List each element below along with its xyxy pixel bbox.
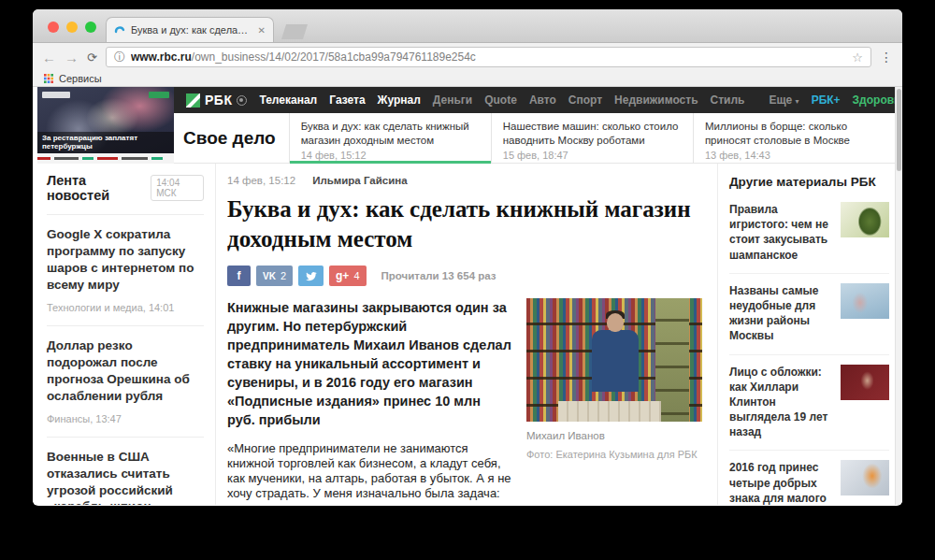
bookmark-services[interactable]: Сервисы xyxy=(59,73,102,84)
chevron-down-icon: ▾ xyxy=(796,97,799,106)
main-navigation: РБК Телеканал Газета Журнал Деньги Quote… xyxy=(174,87,895,113)
nav-item-tv[interactable]: Телеканал xyxy=(259,93,317,107)
nav-item-sport[interactable]: Спорт xyxy=(568,93,602,107)
scrollbar-thumb[interactable] xyxy=(897,89,901,171)
feed-item[interactable]: Google X сократила программу по запуску … xyxy=(47,215,204,326)
url-path: /own_business/14/02/2017/58a1cba99a79476… xyxy=(192,50,476,64)
story-tab-active[interactable]: Буква и дух: как сделать книжный магазин… xyxy=(289,113,491,163)
person-head xyxy=(607,313,624,332)
article-text-column: Книжные магазины закрываются один за дру… xyxy=(227,298,511,505)
related-item[interactable]: Лицо с обложки: как Хиллари Клинтон выгл… xyxy=(729,354,889,451)
read-count: Прочитали 13 654 раз xyxy=(381,270,496,281)
new-tab-button[interactable] xyxy=(281,24,308,39)
article-columns: Книжные магазины закрываются один за дру… xyxy=(227,298,702,505)
nav-item-money[interactable]: Деньги xyxy=(433,93,472,107)
nav-item-auto[interactable]: Авто xyxy=(529,93,556,107)
related-sidebar: Другие материалы РБК Правила игристого: … xyxy=(717,164,895,505)
feed-header: Лента новостей 14:04 МСК xyxy=(47,173,204,215)
tab-close-icon[interactable]: ✕ xyxy=(258,25,266,36)
social-share-row: f VK2 g+4 Прочитали 13 654 раз xyxy=(227,266,702,286)
feed-item[interactable]: Доллар резко подорожал после прогноза Ор… xyxy=(47,326,204,438)
fullscreen-window-button[interactable] xyxy=(85,22,96,33)
browser-window: Буква и дух: как сделать кни ✕ ← → ⟳ ⓘ w… xyxy=(33,9,902,506)
vk-share-count: 2 xyxy=(280,270,286,281)
address-bar[interactable]: ⓘ www.rbc.ru/own_business/14/02/2017/58a… xyxy=(106,47,871,67)
story-tab-title: Буква и дух: как сделать книжный магазин… xyxy=(301,120,480,148)
googleplus-icon: g+ xyxy=(336,269,349,282)
story-tab[interactable]: Миллионы в борще: сколько приносят столо… xyxy=(693,113,895,163)
twitter-bird-icon xyxy=(305,271,317,281)
page-scrollbar[interactable] xyxy=(895,87,902,505)
ad-label-chip xyxy=(42,92,70,98)
related-item[interactable]: Правила игристого: чем не стоит закусыва… xyxy=(729,193,889,273)
story-tab-date: 14 фев, 15:12 xyxy=(301,150,480,161)
related-thumbnail xyxy=(841,460,889,495)
article-lead: Книжные магазины закрываются один за дру… xyxy=(227,298,511,429)
story-tab[interactable]: Нашествие машин: сколько стоило наводнит… xyxy=(491,113,693,163)
story-tabs: Буква и дух: как сделать книжный магазин… xyxy=(289,113,895,163)
rbc-favicon-icon xyxy=(114,24,125,36)
rbc-logo[interactable]: РБК xyxy=(186,93,247,108)
article-date: 14 фев, 15:12 xyxy=(227,175,295,186)
nav-more-menu[interactable]: Еще ▾ xyxy=(769,93,798,107)
ad-sponsor-chip xyxy=(149,92,169,98)
related-item[interactable]: Названы самые неудобные для жизни районы… xyxy=(729,273,889,354)
section-title[interactable]: Свое дело xyxy=(174,113,289,163)
back-icon[interactable]: ← xyxy=(42,50,56,65)
nav-item-realty[interactable]: Недвижимость xyxy=(614,93,698,107)
browser-titlebar: Буква и дух: как сделать кни ✕ xyxy=(33,9,902,43)
article-photo xyxy=(526,298,702,422)
twitter-share-button[interactable] xyxy=(298,266,324,286)
url-domain: www.rbc.ru xyxy=(131,50,192,64)
feed-title[interactable]: Лента новостей xyxy=(47,173,143,203)
nav-item-magazine[interactable]: Журнал xyxy=(378,93,421,107)
related-item-title: 2016 год принес четыре добрых знака для … xyxy=(729,460,833,505)
close-window-button[interactable] xyxy=(48,22,59,33)
ad-banner[interactable]: За реставрацию заплатят петербуржцы xyxy=(37,87,174,164)
facebook-share-button[interactable]: f xyxy=(227,266,251,286)
header-stack: РБК Телеканал Газета Журнал Деньги Quote… xyxy=(174,87,895,164)
vk-icon: VK xyxy=(263,271,276,281)
story-tab-date: 13 фев, 14:43 xyxy=(705,150,884,161)
browser-menu-icon[interactable]: ⋮ xyxy=(880,50,893,65)
nav-item-newspaper[interactable]: Газета xyxy=(329,93,365,107)
article-body: «Многие предприниматели не занимаются кн… xyxy=(227,441,511,505)
photo-caption: Михаил Иванов xyxy=(526,430,702,441)
story-tab-title: Нашествие машин: сколько стоило наводнит… xyxy=(503,120,682,148)
article-main: 14 фев, 15:12 Ильмира Гайсина Буква и ду… xyxy=(216,164,717,505)
article-title: Буква и дух: как сделать книжный магазин… xyxy=(227,194,702,254)
related-thumbnail xyxy=(841,365,889,400)
feed-item-meta: Технологии и медиа, 14:01 xyxy=(47,302,204,313)
news-feed-sidebar: Лента новостей 14:04 МСК Google X сократ… xyxy=(33,164,216,505)
facebook-icon: f xyxy=(237,269,241,282)
bookmarks-bar: Сервисы xyxy=(33,71,902,87)
article-author[interactable]: Ильмира Гайсина xyxy=(312,175,407,186)
page-top-row: За реставрацию заплатят петербуржцы РБК … xyxy=(33,87,895,164)
bookmark-star-icon[interactable]: ☆ xyxy=(852,50,863,65)
feed-item[interactable]: Военные в США отказались считать угрозой… xyxy=(47,438,204,505)
browser-tab[interactable]: Буква и дух: как сделать кни ✕ xyxy=(106,17,274,42)
tab-title: Буква и дух: как сделать кни xyxy=(131,24,252,36)
rbc-logo-text: РБК xyxy=(205,93,232,108)
nav-rbc-plus[interactable]: РБК+ xyxy=(812,93,841,107)
vk-share-button[interactable]: VK2 xyxy=(256,266,293,286)
googleplus-share-button[interactable]: g+4 xyxy=(329,266,366,286)
related-item[interactable]: 2016 год принес четыре добрых знака для … xyxy=(729,450,889,505)
article-figure: Михаил Иванов Фото: Екатерина Кузьмина д… xyxy=(526,298,702,505)
nav-item-style[interactable]: Стиль xyxy=(711,93,745,107)
forward-icon[interactable]: → xyxy=(65,50,79,65)
nav-item-quote[interactable]: Quote xyxy=(484,93,517,107)
related-item-title: Названы самые неудобные для жизни районы… xyxy=(729,283,833,344)
minimize-window-button[interactable] xyxy=(66,22,78,33)
related-item-title: Правила игристого: чем не стоит закусыва… xyxy=(729,202,833,263)
ad-headline[interactable]: За реставрацию заплатят петербуржцы xyxy=(37,132,174,153)
person-body xyxy=(592,330,639,392)
content-row: Лента новостей 14:04 МСК Google X сократ… xyxy=(33,164,895,505)
feed-item-meta: Финансы, 13:47 xyxy=(47,413,204,424)
page-info-icon[interactable]: ⓘ xyxy=(114,51,125,63)
feed-item-title: Доллар резко подорожал после прогноза Ор… xyxy=(47,337,204,405)
browser-toolbar: ← → ⟳ ⓘ www.rbc.ru/own_business/14/02/20… xyxy=(33,43,902,71)
ad-ticker xyxy=(37,153,174,164)
reload-icon[interactable]: ⟳ xyxy=(87,51,97,64)
article-meta: 14 фев, 15:12 Ильмира Гайсина xyxy=(227,175,702,186)
